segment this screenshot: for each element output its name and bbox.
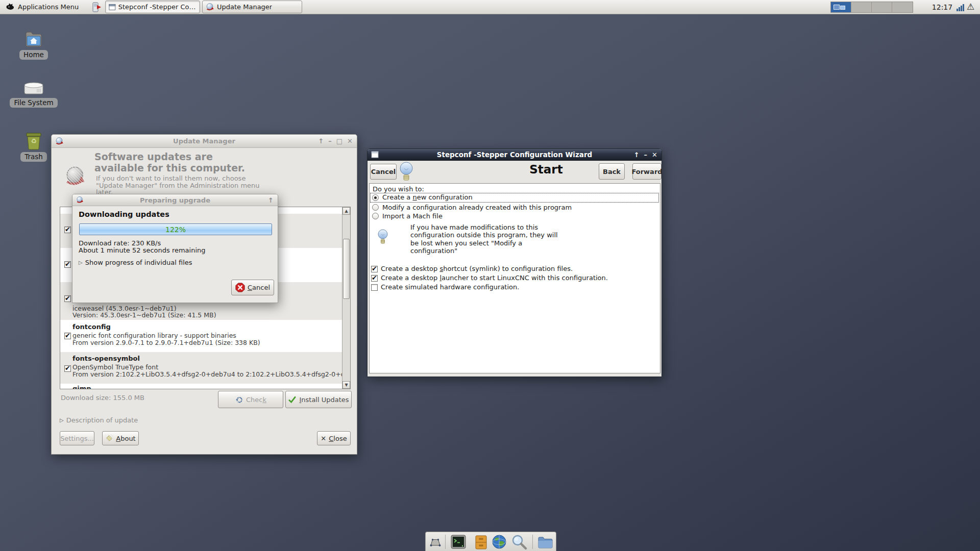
quit-launcher[interactable]: [87, 1, 106, 13]
radio-row-modify[interactable]: Modify a configuration already created w…: [370, 204, 659, 213]
dialog-heading: Downloading updates: [79, 210, 169, 218]
network-signal-icon[interactable]: [957, 3, 965, 11]
workspace-4[interactable]: [892, 2, 913, 12]
package-checkbox[interactable]: [64, 295, 71, 302]
update-globe-icon: [65, 165, 87, 188]
preparing-upgrade-dialog: Preparing upgrade ↑ Downloading updates …: [72, 194, 278, 303]
workspace-1[interactable]: [831, 2, 851, 12]
wizard-back-button[interactable]: Back: [599, 163, 625, 180]
um-heading: Software updates are available for this …: [94, 151, 245, 173]
search-launcher-icon[interactable]: [511, 534, 528, 550]
taskbar-label: Stepconf -Stepper Confi...: [118, 3, 197, 11]
radio-create-new[interactable]: [372, 194, 379, 201]
package-row-fontconfig[interactable]: fontconfig generic font configuration li…: [60, 320, 342, 352]
checkbox-row-shortcut[interactable]: Create a desktop shortcut (symlink) to c…: [370, 265, 658, 274]
scroll-down-button[interactable]: ▼: [342, 381, 350, 389]
checkbox-label: Create a desktop shortcut (symlink) to c…: [381, 265, 573, 272]
shade-button[interactable]: ↑: [268, 197, 274, 204]
close-label: Close: [329, 435, 347, 442]
about-button[interactable]: About: [102, 431, 139, 445]
folder-launcher-icon[interactable]: [537, 536, 553, 549]
dialog-title: Preparing upgrade: [72, 196, 278, 204]
workspace-switcher[interactable]: [830, 2, 913, 13]
dialog-titlebar[interactable]: Preparing upgrade ↑: [72, 194, 278, 206]
package-row-fonts-opensymbol[interactable]: fonts-opensymbol OpenSymbol TrueType fon…: [60, 352, 342, 384]
scroll-up-button[interactable]: ▲: [342, 207, 350, 215]
radio-modify[interactable]: [372, 204, 379, 211]
warning-tray-icon[interactable]: ⚠: [967, 2, 974, 12]
update-manager-titlebar[interactable]: Update Manager ↑ – □ ✕: [52, 135, 357, 148]
checkbox-desktop-launcher[interactable]: [371, 275, 378, 282]
workspace-3[interactable]: [872, 2, 892, 12]
shade-button[interactable]: ↑: [634, 152, 640, 158]
workspace-2[interactable]: [851, 2, 872, 12]
wizard-forward-button[interactable]: Forward: [632, 163, 662, 180]
download-size-label: Download size: 155.0 MB: [61, 394, 144, 402]
green-check-icon: [288, 395, 297, 404]
file-progress-expander[interactable]: ▷ Show progress of individual files: [79, 259, 192, 266]
package-name: fontconfig: [72, 323, 111, 331]
check-button[interactable]: Check: [218, 391, 283, 408]
taskbar-button-update-manager[interactable]: Update Manager: [202, 1, 302, 13]
taskbar-button-stepconf[interactable]: Stepconf -Stepper Confi...: [105, 1, 200, 13]
package-version: From version 2.9.0-7.1 to 2.9.0-7.1+deb7…: [72, 339, 260, 346]
scrollbar-thumb[interactable]: [343, 239, 350, 299]
recycle-glyph: ♻: [31, 137, 37, 145]
close-button[interactable]: ✕: [347, 138, 353, 144]
checkbox-row-launcher[interactable]: Create a desktop launcher to start Linux…: [370, 274, 658, 283]
radio-label: Import a Mach file: [382, 212, 443, 220]
install-updates-button[interactable]: Install Updates: [285, 391, 352, 408]
checkbox-row-simulated[interactable]: Create simulated hardware configuration.: [370, 283, 658, 292]
package-row-gimp[interactable]: gimp: [60, 384, 342, 389]
checkbox-simulated-hardware[interactable]: [371, 284, 378, 291]
expander-arrow-icon: ▷: [79, 260, 83, 265]
settings-button[interactable]: Settings...: [60, 431, 94, 445]
close-button[interactable]: ✕: [652, 152, 657, 158]
package-version: Version: 45.3.0esr-1~deb7u1 (Size: 41.5 …: [72, 311, 216, 319]
radio-row-create-new[interactable]: Create a new configuration: [370, 193, 659, 203]
checkbox-label: Create simulated hardware configuration.: [381, 283, 519, 291]
package-checkbox[interactable]: [64, 261, 71, 268]
window-title: Stepconf -Stepper Configuration Wizard: [368, 151, 662, 159]
close-window-button[interactable]: ✕ Close: [317, 431, 351, 445]
terminal-launcher-icon[interactable]: [451, 534, 466, 549]
radio-row-import-mach[interactable]: Import a Mach file: [370, 212, 659, 221]
lightbulb-icon: [399, 161, 413, 183]
cancel-download-button[interactable]: Cancel: [231, 280, 274, 295]
applications-menu-button[interactable]: Applications Menu: [1, 1, 83, 13]
wizard-page: Do you wish to: Create a new configurati…: [369, 183, 660, 373]
web-browser-launcher-icon[interactable]: [492, 534, 507, 549]
expander-arrow-icon: ▷: [60, 417, 64, 423]
top-panel: Applications Menu Stepconf -Stepper Conf…: [0, 0, 980, 14]
desktop-icon-home[interactable]: Home: [3, 29, 64, 60]
description-expander[interactable]: ▷ Description of update: [60, 416, 138, 424]
wizard-back-label: Back: [603, 168, 621, 176]
wizard-forward-label: Forward: [631, 168, 662, 176]
settings-label: Settings...: [60, 435, 94, 442]
package-checkbox[interactable]: [64, 365, 71, 372]
package-name: gimp: [72, 385, 91, 389]
close-x-icon: ✕: [321, 435, 326, 442]
file-cabinet-launcher-icon[interactable]: [475, 535, 487, 549]
desktop-icon-label: Trash: [20, 152, 47, 162]
logout-icon: [91, 2, 102, 13]
wizard-page-title: Start: [500, 163, 592, 176]
show-desktop-icon[interactable]: [429, 538, 442, 547]
cancel-label: Cancel: [248, 284, 270, 291]
wizard-cancel-button[interactable]: Cancel: [370, 164, 397, 180]
package-checkbox[interactable]: [64, 333, 71, 339]
minimize-button[interactable]: –: [644, 152, 648, 158]
desktop-icon-file-system[interactable]: File System: [3, 77, 64, 108]
shade-button[interactable]: ↑: [318, 138, 324, 144]
radio-import-mach[interactable]: [372, 213, 379, 219]
list-scrollbar[interactable]: ▲ ▼: [342, 207, 350, 389]
stepconf-titlebar[interactable]: Stepconf -Stepper Configuration Wizard ↑…: [368, 149, 662, 161]
checkbox-label: Create a desktop launcher to start Linux…: [381, 274, 608, 282]
minimize-button[interactable]: –: [328, 138, 332, 144]
maximize-button[interactable]: □: [336, 138, 342, 144]
package-checkbox[interactable]: [64, 227, 71, 233]
desktop: Applications Menu Stepconf -Stepper Conf…: [0, 0, 980, 551]
dock-separator: [445, 535, 446, 549]
package-desc: OpenSymbol TrueType font: [72, 363, 158, 371]
checkbox-desktop-shortcut[interactable]: [371, 266, 378, 272]
